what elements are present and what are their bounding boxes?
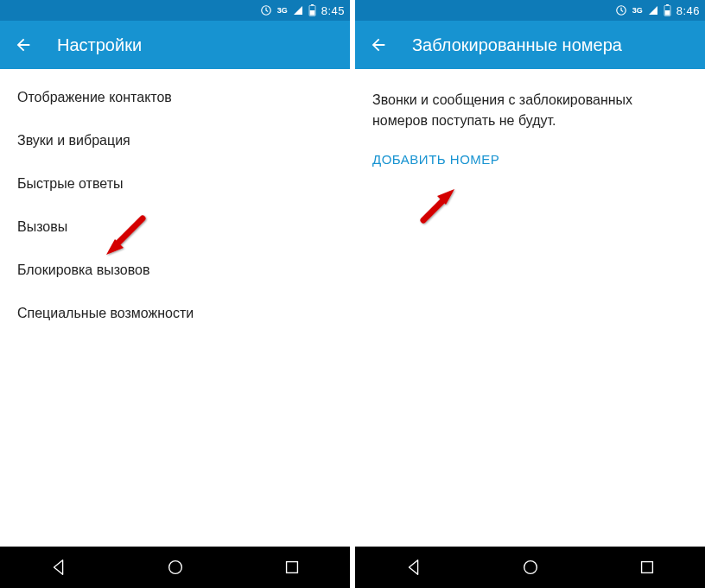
nav-home-button[interactable] bbox=[521, 558, 540, 577]
phone-left: 3G 8:45 Настройки Отображение контактов … bbox=[0, 0, 350, 588]
menu-calls[interactable]: Вызовы bbox=[0, 205, 350, 249]
network-label: 3G bbox=[632, 7, 643, 15]
signal-icon bbox=[648, 5, 658, 16]
blocked-description: Звонки и сообщения с заблокированных ном… bbox=[355, 76, 705, 135]
menu-call-blocking[interactable]: Блокировка вызовов bbox=[0, 249, 350, 292]
app-bar: Заблокированные номера bbox=[355, 21, 705, 69]
status-bar: 3G 8:46 bbox=[355, 0, 705, 21]
svg-rect-2 bbox=[311, 4, 314, 5]
signal-icon bbox=[293, 5, 303, 16]
annotation-arrow-icon bbox=[411, 177, 463, 229]
sync-icon bbox=[615, 4, 627, 16]
page-title: Заблокированные номера bbox=[412, 35, 622, 55]
nav-home-button[interactable] bbox=[166, 558, 185, 577]
sync-icon bbox=[260, 4, 272, 16]
nav-bar bbox=[355, 547, 705, 588]
svg-rect-8 bbox=[666, 4, 669, 5]
network-label: 3G bbox=[277, 7, 288, 15]
svg-rect-3 bbox=[309, 10, 314, 16]
menu-accessibility[interactable]: Специальные возможности bbox=[0, 292, 350, 335]
page-title: Настройки bbox=[57, 35, 142, 55]
nav-bar bbox=[0, 547, 350, 588]
menu-contacts-display[interactable]: Отображение контактов bbox=[0, 76, 350, 119]
nav-recent-button[interactable] bbox=[283, 558, 302, 577]
battery-icon bbox=[664, 4, 671, 16]
svg-point-4 bbox=[168, 561, 181, 574]
status-bar: 3G 8:45 bbox=[0, 0, 350, 21]
menu-quick-responses[interactable]: Быстрые ответы bbox=[0, 162, 350, 205]
nav-back-button[interactable] bbox=[404, 558, 423, 577]
menu-sounds-vibration[interactable]: Звуки и вибрация bbox=[0, 119, 350, 162]
back-button[interactable] bbox=[14, 35, 33, 54]
clock-label: 8:45 bbox=[321, 4, 345, 17]
battery-icon bbox=[308, 4, 316, 16]
blocked-numbers-content: Звонки и сообщения с заблокированных ном… bbox=[355, 69, 705, 547]
back-button[interactable] bbox=[369, 35, 388, 54]
svg-rect-9 bbox=[664, 10, 670, 16]
nav-back-button[interactable] bbox=[49, 558, 68, 577]
svg-rect-11 bbox=[641, 562, 652, 573]
phone-right: 3G 8:46 Заблокированные номера Звонки и … bbox=[355, 0, 705, 588]
add-number-button[interactable]: ДОБАВИТЬ НОМЕР bbox=[355, 135, 705, 184]
app-bar: Настройки bbox=[0, 21, 350, 69]
svg-rect-5 bbox=[286, 562, 297, 573]
clock-label: 8:46 bbox=[676, 4, 700, 17]
settings-list: Отображение контактов Звуки и вибрация Б… bbox=[0, 69, 350, 547]
svg-point-10 bbox=[524, 561, 537, 574]
nav-recent-button[interactable] bbox=[638, 558, 657, 577]
